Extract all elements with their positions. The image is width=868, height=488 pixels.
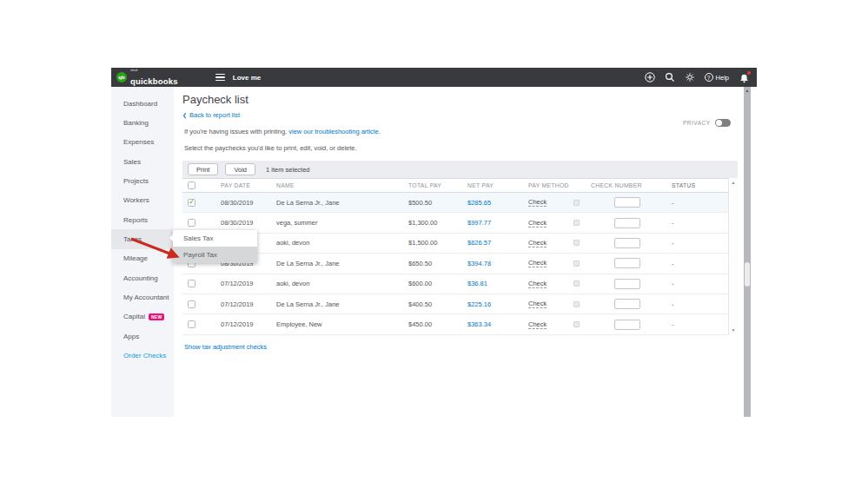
status-cell: - [665,300,728,308]
check-number-input[interactable] [614,299,640,309]
submenu-item-sales-tax[interactable]: Sales Tax [173,230,257,247]
taxes-flyout-menu: Sales Tax Payroll Tax [173,230,257,263]
check-number-input[interactable] [614,218,640,228]
troubleshooting-article-link[interactable]: view our troubleshooting article. [288,128,380,135]
pay-date-cell: 07/12/2019 [214,320,269,328]
net-pay-link[interactable]: $225.16 [467,300,491,308]
page-scrollbar[interactable]: ▲ [744,87,751,417]
row-checkbox[interactable] [188,300,195,308]
sidebar-item-banking[interactable]: Banking [111,113,174,132]
net-pay-link[interactable]: $997.77 [467,219,491,227]
pay-method-link[interactable]: Check [528,280,547,288]
net-pay-cell: $363.34 [461,320,521,328]
net-pay-link[interactable]: $626.57 [467,239,491,247]
check-number-input[interactable] [614,197,640,208]
check-number-input[interactable] [614,238,640,248]
scroll-up-icon[interactable]: ▲ [732,181,736,185]
gear-icon[interactable] [685,72,695,82]
sidebar-item-apps[interactable]: Apps [111,326,174,346]
employee-name-cell: De La Serna Jr., Jane [269,300,401,308]
sidebar-item-expenses[interactable]: Expenses [111,133,174,152]
notification-dot [747,71,751,75]
pay-method-link[interactable]: Check [528,219,547,228]
pay-method-link[interactable]: Check [528,239,547,247]
sidebar-item-projects[interactable]: Projects [111,171,174,190]
void-button[interactable]: Void [225,163,255,175]
sidebar-item-label: Banking [123,119,149,127]
print-later-checkbox[interactable] [573,200,580,206]
print-later-checkbox[interactable] [573,260,580,267]
net-pay-link[interactable]: $394.78 [467,260,491,267]
print-button[interactable]: Print [188,163,218,175]
quickbooks-logo-icon[interactable]: qb [116,72,127,82]
submenu-item-label: Payroll Tax [183,251,217,259]
check-number-input[interactable] [614,279,640,289]
search-icon[interactable] [665,72,675,82]
page-scroll-thumb[interactable] [745,262,750,287]
sidebar-item-accounting[interactable]: Accounting [111,268,174,287]
sidebar-nav: Dashboard Banking Expenses Sales Project… [111,87,174,417]
check-number-cell [584,238,665,248]
table-row: ✓ 08/30/2019 De La Serna Jr., Jane $500.… [182,193,738,213]
print-later-checkbox[interactable] [573,220,580,226]
scroll-down-icon[interactable]: ▼ [732,328,736,333]
pay-method-link[interactable]: Check [528,320,547,329]
sidebar-item-mileage[interactable]: Mileage [111,249,174,268]
hamburger-menu-icon[interactable] [215,74,225,82]
row-checkbox[interactable]: ✓ [188,199,195,207]
total-pay-cell: $1,300.00 [401,219,461,227]
create-plus-icon[interactable] [645,72,655,82]
pay-method-link[interactable]: Check [528,198,547,207]
row-checkbox[interactable] [188,320,195,328]
sidebar-item-taxes[interactable]: Taxes [111,229,174,248]
company-name-label[interactable]: Love me [233,74,261,82]
column-header-status: STATUS [665,182,728,188]
column-header-net-pay: NET PAY [461,182,521,188]
sidebar-item-label: Expenses [123,138,154,146]
row-checkbox[interactable] [188,280,195,287]
check-number-input[interactable] [614,320,640,330]
sidebar-item-label: Accounting [123,274,158,282]
privacy-toggle[interactable] [715,119,731,127]
pay-method-link[interactable]: Check [528,259,547,267]
print-later-checkbox[interactable] [573,321,580,327]
print-later-checkbox[interactable] [573,240,580,246]
pay-method-link[interactable]: Check [528,300,547,308]
check-number-input[interactable] [614,258,640,268]
table-scrollbar[interactable]: ▲ ▼ [728,178,738,335]
pay-date-cell: 08/30/2019 [214,219,269,227]
table-header-row: PAY DATENAMETOTAL PAYNET PAYPAY METHODCH… [182,178,738,193]
net-pay-link[interactable]: $363.34 [467,320,491,328]
sidebar-item-my-accountant[interactable]: My Accountant [111,287,174,307]
page-scroll-up-icon[interactable]: ▲ [744,89,751,93]
check-number-cell [584,258,665,268]
sidebar-item-capital[interactable]: Capital NEW [111,307,174,326]
toggle-knob [716,120,722,126]
privacy-control: PRIVACY [683,119,731,127]
pay-date-cell: 07/12/2019 [214,280,269,287]
row-checkbox[interactable] [188,219,195,227]
net-pay-cell: $285.65 [461,199,521,207]
status-cell: - [665,260,728,267]
check-number-cell [584,197,665,208]
sidebar-item-order-checks[interactable]: Order Checks [111,346,174,365]
submenu-item-payroll-tax[interactable]: Payroll Tax [173,247,257,263]
sidebar-item-label: Taxes [123,235,142,243]
help-button[interactable]: ? Help [705,73,729,82]
sidebar-item-sales[interactable]: Sales [111,152,174,171]
net-pay-cell: $225.16 [461,300,521,308]
sidebar-item-workers[interactable]: Workers [111,191,174,210]
show-tax-adjustment-checks-link[interactable]: Show tax adjustment checks [184,343,267,351]
sidebar-item-dashboard[interactable]: Dashboard [111,94,174,113]
brand-name-label: quickbooks [130,76,178,86]
select-all-checkbox[interactable] [188,181,195,189]
sidebar-item-reports[interactable]: Reports [111,210,174,229]
row-checkbox-cell [182,320,214,328]
back-to-report-list-link[interactable]: ❮ Back to report list [182,111,240,119]
notifications-bell-icon[interactable] [739,72,750,83]
print-later-checkbox[interactable] [573,301,580,307]
net-pay-link[interactable]: $36.81 [467,280,487,287]
net-pay-link[interactable]: $285.65 [467,199,491,207]
print-later-checkbox[interactable] [573,280,580,287]
new-badge: NEW [149,313,165,320]
